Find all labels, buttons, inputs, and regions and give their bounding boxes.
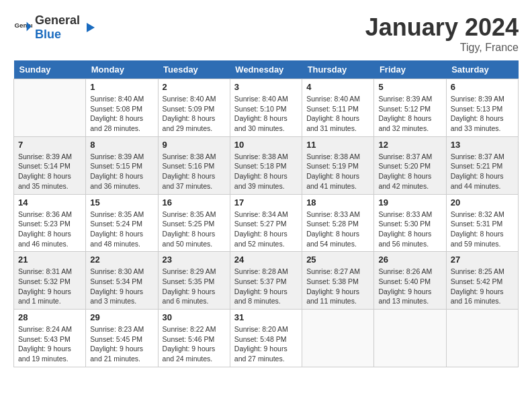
day-cell: 15Sunrise: 8:35 AMSunset: 5:24 PMDayligh… [86, 194, 158, 252]
logo-icon: General [13, 18, 32, 37]
day-info: Sunrise: 8:28 AMSunset: 5:37 PMDaylight:… [234, 267, 298, 306]
day-info: Sunrise: 8:39 AMSunset: 5:12 PMDaylight:… [378, 94, 441, 134]
logo-general-text: General [35, 13, 80, 27]
calendar-table: SundayMondayTuesdayWednesdayThursdayFrid… [13, 60, 519, 367]
day-info: Sunrise: 8:38 AMSunset: 5:16 PMDaylight:… [163, 152, 226, 191]
day-number: 1 [90, 82, 153, 92]
day-info: Sunrise: 8:31 AMSunset: 5:32 PMDaylight:… [18, 267, 81, 306]
day-number: 6 [451, 82, 514, 92]
day-cell: 6Sunrise: 8:39 AMSunset: 5:13 PMDaylight… [446, 79, 518, 137]
day-info: Sunrise: 8:27 AMSunset: 5:38 PMDaylight:… [306, 267, 369, 306]
day-number: 15 [90, 197, 153, 208]
day-cell: 28Sunrise: 8:24 AMSunset: 5:43 PMDayligh… [14, 310, 86, 367]
day-cell [14, 79, 86, 137]
day-info: Sunrise: 8:38 AMSunset: 5:19 PMDaylight:… [306, 152, 369, 191]
svg-marker-1 [87, 23, 95, 32]
week-row-5: 28Sunrise: 8:24 AMSunset: 5:43 PMDayligh… [14, 310, 519, 367]
day-number: 28 [18, 312, 81, 322]
day-cell [446, 310, 518, 367]
day-cell [302, 310, 374, 367]
day-cell: 25Sunrise: 8:27 AMSunset: 5:38 PMDayligh… [302, 252, 374, 310]
day-number: 25 [306, 255, 369, 265]
day-number: 29 [90, 312, 153, 322]
day-cell: 4Sunrise: 8:40 AMSunset: 5:11 PMDaylight… [302, 79, 374, 137]
day-cell: 11Sunrise: 8:38 AMSunset: 5:19 PMDayligh… [302, 136, 374, 194]
day-header-tuesday: Tuesday [158, 60, 230, 79]
day-number: 3 [234, 82, 298, 92]
logo-blue-text: Blue [35, 28, 61, 41]
day-header-wednesday: Wednesday [230, 60, 302, 79]
day-cell: 22Sunrise: 8:30 AMSunset: 5:34 PMDayligh… [86, 252, 158, 310]
day-cell: 18Sunrise: 8:33 AMSunset: 5:28 PMDayligh… [302, 194, 374, 252]
day-info: Sunrise: 8:33 AMSunset: 5:30 PMDaylight:… [378, 210, 441, 249]
week-row-2: 7Sunrise: 8:39 AMSunset: 5:14 PMDaylight… [14, 136, 519, 194]
day-number: 30 [163, 312, 226, 322]
day-cell: 7Sunrise: 8:39 AMSunset: 5:14 PMDaylight… [14, 136, 86, 194]
week-row-4: 21Sunrise: 8:31 AMSunset: 5:32 PMDayligh… [14, 252, 519, 310]
day-cell: 27Sunrise: 8:25 AMSunset: 5:42 PMDayligh… [446, 252, 518, 310]
day-number: 21 [18, 255, 81, 265]
day-info: Sunrise: 8:20 AMSunset: 5:48 PMDaylight:… [234, 324, 298, 364]
day-number: 5 [378, 82, 441, 92]
day-number: 27 [451, 255, 514, 265]
day-number: 17 [234, 197, 298, 208]
day-number: 14 [18, 197, 81, 208]
week-row-3: 14Sunrise: 8:36 AMSunset: 5:23 PMDayligh… [14, 194, 519, 252]
day-number: 31 [234, 312, 298, 322]
day-cell: 14Sunrise: 8:36 AMSunset: 5:23 PMDayligh… [14, 194, 86, 252]
day-number: 18 [306, 197, 369, 208]
day-info: Sunrise: 8:33 AMSunset: 5:28 PMDaylight:… [306, 210, 369, 249]
day-number: 10 [234, 140, 298, 150]
day-info: Sunrise: 8:34 AMSunset: 5:27 PMDaylight:… [234, 210, 298, 249]
day-number: 16 [163, 197, 226, 208]
day-number: 12 [378, 140, 441, 150]
day-cell: 12Sunrise: 8:37 AMSunset: 5:20 PMDayligh… [374, 136, 446, 194]
day-info: Sunrise: 8:22 AMSunset: 5:46 PMDaylight:… [163, 324, 226, 364]
day-header-friday: Friday [374, 60, 446, 79]
day-number: 20 [451, 197, 514, 208]
day-info: Sunrise: 8:23 AMSunset: 5:45 PMDaylight:… [90, 324, 153, 364]
day-info: Sunrise: 8:32 AMSunset: 5:31 PMDaylight:… [451, 210, 514, 249]
header: General General Blue January 2024 Tigy, … [13, 13, 519, 54]
day-cell: 21Sunrise: 8:31 AMSunset: 5:32 PMDayligh… [14, 252, 86, 310]
day-header-monday: Monday [86, 60, 158, 79]
day-info: Sunrise: 8:35 AMSunset: 5:24 PMDaylight:… [90, 210, 153, 249]
day-cell: 9Sunrise: 8:38 AMSunset: 5:16 PMDaylight… [158, 136, 230, 194]
week-row-1: 1Sunrise: 8:40 AMSunset: 5:08 PMDaylight… [14, 79, 519, 137]
header-row: SundayMondayTuesdayWednesdayThursdayFrid… [14, 60, 519, 79]
day-cell: 20Sunrise: 8:32 AMSunset: 5:31 PMDayligh… [446, 194, 518, 252]
day-cell: 2Sunrise: 8:40 AMSunset: 5:09 PMDaylight… [158, 79, 230, 137]
day-info: Sunrise: 8:29 AMSunset: 5:35 PMDaylight:… [163, 267, 226, 306]
day-cell: 31Sunrise: 8:20 AMSunset: 5:48 PMDayligh… [230, 310, 302, 367]
day-cell: 24Sunrise: 8:28 AMSunset: 5:37 PMDayligh… [230, 252, 302, 310]
day-cell: 16Sunrise: 8:35 AMSunset: 5:25 PMDayligh… [158, 194, 230, 252]
day-cell [374, 310, 446, 367]
day-info: Sunrise: 8:39 AMSunset: 5:15 PMDaylight:… [90, 152, 153, 191]
day-number: 9 [163, 140, 226, 150]
day-cell: 1Sunrise: 8:40 AMSunset: 5:08 PMDaylight… [86, 79, 158, 137]
day-cell: 23Sunrise: 8:29 AMSunset: 5:35 PMDayligh… [158, 252, 230, 310]
day-number: 13 [451, 140, 514, 150]
day-info: Sunrise: 8:37 AMSunset: 5:21 PMDaylight:… [451, 152, 514, 191]
day-info: Sunrise: 8:30 AMSunset: 5:34 PMDaylight:… [90, 267, 153, 306]
day-info: Sunrise: 8:40 AMSunset: 5:11 PMDaylight:… [306, 94, 369, 134]
day-cell: 17Sunrise: 8:34 AMSunset: 5:27 PMDayligh… [230, 194, 302, 252]
location-title: Tigy, France [365, 42, 519, 54]
day-header-sunday: Sunday [14, 60, 86, 79]
day-info: Sunrise: 8:37 AMSunset: 5:20 PMDaylight:… [378, 152, 441, 191]
day-info: Sunrise: 8:40 AMSunset: 5:09 PMDaylight:… [163, 94, 226, 134]
day-number: 2 [163, 82, 226, 92]
month-title: January 2024 [365, 13, 519, 42]
day-number: 19 [378, 197, 441, 208]
day-number: 24 [234, 255, 298, 265]
day-number: 22 [90, 255, 153, 265]
day-info: Sunrise: 8:26 AMSunset: 5:40 PMDaylight:… [378, 267, 441, 306]
day-info: Sunrise: 8:40 AMSunset: 5:08 PMDaylight:… [90, 94, 153, 134]
day-number: 7 [18, 140, 81, 150]
day-cell: 5Sunrise: 8:39 AMSunset: 5:12 PMDaylight… [374, 79, 446, 137]
day-header-thursday: Thursday [302, 60, 374, 79]
day-info: Sunrise: 8:40 AMSunset: 5:10 PMDaylight:… [234, 94, 298, 134]
day-info: Sunrise: 8:36 AMSunset: 5:23 PMDaylight:… [18, 210, 81, 249]
day-number: 11 [306, 140, 369, 150]
logo: General General Blue [13, 13, 97, 42]
